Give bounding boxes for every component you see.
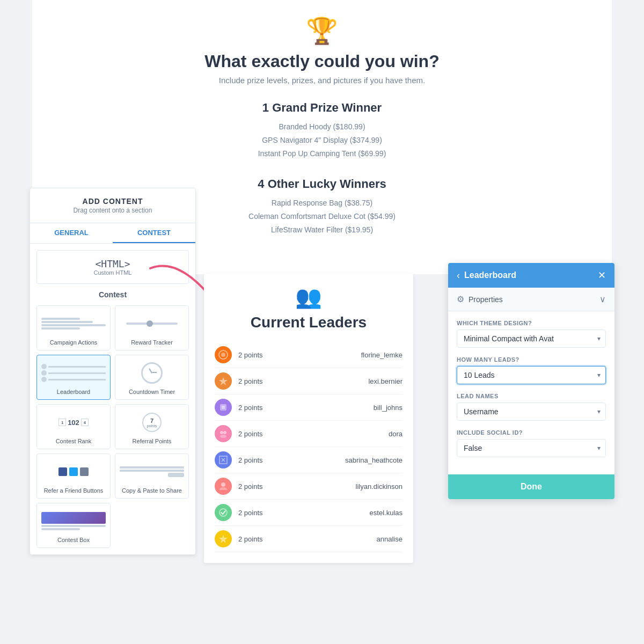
leader-points-7: 2 points	[238, 509, 370, 517]
svg-rect-5	[222, 406, 225, 409]
leader-points-3: 2 points	[238, 404, 374, 412]
svg-point-6	[220, 431, 223, 434]
leaders-list: 2 points florine_lemke 2 points lexi.ber…	[215, 342, 402, 552]
svg-marker-3	[219, 377, 228, 385]
campaign-actions-label: Campaign Actions	[41, 339, 106, 346]
theme-design-select-wrapper: Minimal Compact with Avat Full Width Com…	[457, 330, 606, 348]
reward-tracker-label: Reward Tracker	[120, 339, 184, 346]
html-tag: <HTML>	[42, 258, 183, 269]
current-leaders-title: Current Leaders	[215, 314, 402, 331]
users-icon: 👥	[215, 284, 402, 310]
lead-names-select[interactable]: Username Full Name Email	[457, 402, 606, 421]
leader-avatar-2	[215, 372, 232, 390]
leader-name-4: dora	[389, 430, 402, 438]
leader-row-8: 2 points annalise	[215, 526, 402, 552]
leader-avatar-8	[215, 530, 232, 547]
sidebar-content: <HTML> Custom HTML Contest Campaign Acti…	[30, 244, 195, 554]
leader-name-6: lilyan.dickinson	[356, 482, 402, 491]
contest-box-label: Contest Box	[41, 537, 106, 543]
content-item-reward-tracker[interactable]: Reward Tracker	[115, 305, 189, 350]
preview-refer-friend	[41, 458, 106, 485]
page-subtitle: Include prize levels, prizes, and pictur…	[43, 76, 601, 85]
include-social-id-select[interactable]: True False	[457, 439, 606, 457]
theme-design-label: WHICH THEME DESIGN?	[457, 320, 606, 326]
lead-names-select-wrapper: Username Full Name Email ▾	[457, 402, 606, 421]
content-item-leaderboard[interactable]: Leaderboard	[36, 355, 111, 400]
how-many-leads-select[interactable]: 5 Leads 10 Leads 15 Leads 20 Leads	[457, 366, 606, 384]
leaderboard-display-panel: 👥 Current Leaders 2 points florine_lemke…	[204, 274, 413, 563]
content-items-grid: Campaign Actions Reward Tracker	[36, 305, 189, 548]
leader-points-6: 2 points	[238, 482, 356, 491]
properties-label: Properties	[469, 295, 599, 304]
svg-point-9	[221, 482, 225, 487]
svg-point-2	[221, 353, 225, 357]
content-item-contest-rank[interactable]: 1 102 4 Contest Rank	[36, 404, 111, 449]
leader-name-5: sabrina_heathcote	[345, 456, 402, 464]
include-social-id-field: INCLUDE SOCIAL ID? True False ▾	[457, 429, 606, 457]
leader-avatar-7	[215, 504, 232, 521]
content-item-referral-points[interactable]: 7 points Referral Points	[115, 404, 189, 449]
prize-item-3: Instant Pop Up Camping Tent ($69.99)	[43, 147, 601, 160]
leader-name-1: florine_lemke	[361, 351, 402, 359]
settings-panel-title: Leaderboard	[464, 270, 598, 280]
leader-row-2: 2 points lexi.bernier	[215, 368, 402, 394]
leader-name-7: estel.kulas	[370, 509, 402, 517]
tab-general[interactable]: GENERAL	[30, 223, 113, 243]
gear-icon: ⚙	[457, 294, 464, 304]
how-many-leads-label: HOW MANY LEADS?	[457, 356, 606, 363]
leader-avatar-5	[215, 451, 232, 469]
sidebar-subtitle: Drag content onto a section	[39, 207, 187, 214]
back-button[interactable]: ‹	[457, 270, 460, 281]
tab-contest[interactable]: CONTEST	[113, 223, 195, 243]
settings-properties-row[interactable]: ⚙ Properties ∨	[448, 288, 614, 311]
leader-points-2: 2 points	[238, 377, 368, 385]
leader-avatar-1	[215, 346, 232, 363]
leader-points-8: 2 points	[238, 535, 377, 543]
leader-avatar-4	[215, 425, 232, 442]
leader-row-7: 2 points estel.kulas	[215, 500, 402, 526]
trophy-icon: 🏆	[43, 16, 601, 46]
content-item-countdown-timer[interactable]: Countdown Timer	[115, 355, 189, 400]
leader-avatar-3	[215, 399, 232, 416]
leader-points-4: 2 points	[238, 430, 389, 438]
contest-section-label: Contest	[36, 290, 189, 299]
how-many-leads-field: HOW MANY LEADS? 5 Leads 10 Leads 15 Lead…	[457, 356, 606, 384]
add-content-sidebar: ADD CONTENT Drag content onto a section …	[30, 188, 196, 555]
custom-html-block[interactable]: <HTML> Custom HTML	[36, 250, 189, 284]
preview-copy-paste	[120, 458, 184, 485]
content-item-contest-box[interactable]: Contest Box	[36, 503, 111, 548]
leader-avatar-6	[215, 478, 232, 495]
leaderboard-label: Leaderboard	[41, 389, 106, 395]
leader-row-3: 2 points bill_johns	[215, 394, 402, 421]
contest-rank-label: Contest Rank	[41, 438, 106, 444]
svg-point-7	[223, 431, 226, 434]
html-label: Custom HTML	[42, 269, 183, 276]
include-social-id-label: INCLUDE SOCIAL ID?	[457, 429, 606, 436]
sidebar-tabs: GENERAL CONTEST	[30, 223, 195, 244]
svg-point-8	[220, 435, 226, 438]
sidebar-title: ADD CONTENT	[39, 197, 187, 206]
leader-points-5: 2 points	[238, 456, 345, 464]
leader-name-8: annalise	[377, 535, 402, 543]
include-social-id-select-wrapper: True False ▾	[457, 439, 606, 457]
content-item-campaign-actions[interactable]: Campaign Actions	[36, 305, 111, 350]
sidebar-header: ADD CONTENT Drag content onto a section	[30, 188, 195, 223]
done-button[interactable]: Done	[448, 474, 614, 499]
theme-design-field: WHICH THEME DESIGN? Minimal Compact with…	[457, 320, 606, 348]
lead-names-label: LEAD NAMES	[457, 393, 606, 399]
preview-campaign-actions	[41, 310, 106, 337]
preview-leaderboard	[41, 360, 106, 386]
content-item-copy-paste[interactable]: Copy & Paste to Share	[115, 453, 189, 499]
close-button[interactable]: ✕	[598, 269, 606, 281]
leader-name-2: lexi.bernier	[368, 377, 402, 385]
preview-referral-points: 7 points	[120, 409, 184, 436]
preview-contest-rank: 1 102 4	[41, 409, 106, 436]
leader-row-1: 2 points florine_lemke	[215, 342, 402, 368]
leaderboard-settings-panel: ‹ Leaderboard ✕ ⚙ Properties ∨ WHICH THE…	[448, 263, 614, 499]
chevron-down-icon: ∨	[599, 294, 606, 304]
theme-design-select[interactable]: Minimal Compact with Avat Full Width Com…	[457, 330, 606, 348]
preview-reward-tracker	[120, 310, 184, 337]
leader-row-5: 2 points sabrina_heathcote	[215, 447, 402, 473]
countdown-timer-label: Countdown Timer	[120, 389, 184, 395]
content-item-refer-friend[interactable]: Refer a Friend Buttons	[36, 453, 111, 499]
